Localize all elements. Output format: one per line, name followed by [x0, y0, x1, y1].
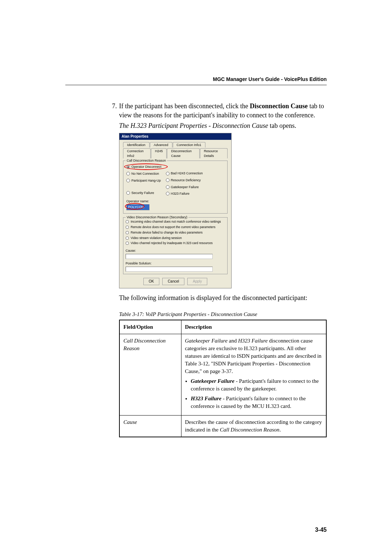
cancel-button[interactable]: Cancel	[162, 278, 184, 285]
tab-conn-info2[interactable]: Connection Info2	[123, 148, 151, 158]
radio-dot-icon	[126, 172, 130, 175]
radio-grid: Operator Disconnect No Net Connection Pa…	[126, 165, 224, 196]
cause-area: Cause: Possible Solution:	[126, 248, 225, 271]
radio-operator-disconnect[interactable]: Operator Disconnect	[126, 165, 162, 169]
sec-label: Video stream violation during session	[131, 236, 182, 240]
step-number: 7.	[109, 102, 119, 437]
radio-col-left: Operator Disconnect No Net Connection Pa…	[126, 165, 162, 196]
dialog-buttons: OK Cancel Apply	[123, 278, 228, 285]
sec-radio-3[interactable]: Remote device failed to change its video…	[126, 231, 225, 235]
tab-h245[interactable]: H245	[151, 148, 167, 158]
body-text: The following information is displayed f…	[119, 293, 327, 303]
ok-button[interactable]: OK	[143, 278, 159, 285]
step-7: 7. If the participant has been disconnec…	[109, 102, 327, 437]
step-caption: The H.323 Participant Properties - Disco…	[119, 121, 327, 130]
video-disconnection-secondary-group: Video Disconnection Reason (Secondary) I…	[123, 217, 228, 274]
spacer	[126, 185, 162, 189]
radio-bad-h243[interactable]: Bad H243 Connection	[166, 171, 203, 176]
table-row: Cause Describes the cause of disconnecti…	[119, 415, 326, 437]
page-number: 3-45	[315, 527, 327, 533]
radio-label: Operator Disconnect	[131, 165, 162, 169]
radio-col-right: Bad H243 Connection Resource Deficiency …	[166, 171, 203, 196]
bullet-lead: Gatekeeper Failure	[191, 378, 234, 384]
radio-dot-icon	[126, 231, 129, 234]
radio-dot-icon	[126, 226, 129, 229]
th-desc: Description	[181, 320, 326, 334]
radio-h323-failure[interactable]: H323 Failure	[166, 191, 203, 196]
operator-name-field-wrap: POLYCOM	[126, 204, 150, 210]
sec-label: Remote device failed to change its video…	[131, 231, 203, 235]
radio-label: Resource Deficiency	[171, 178, 201, 183]
tab-resource-details[interactable]: Resource Details	[200, 148, 228, 158]
td-desc: Gatekeeper Failure and H323 Failure disc…	[181, 334, 326, 415]
operator-name-input[interactable]: POLYCOM	[126, 204, 150, 210]
apply-button[interactable]: Apply	[187, 278, 207, 285]
step-prefix: If the participant has been disconnected…	[119, 102, 250, 110]
radio-dot-icon	[166, 178, 170, 182]
radio-no-net-connection[interactable]: No Net Connection	[126, 171, 162, 176]
radio-dot-icon	[126, 236, 129, 240]
header-rule	[65, 85, 327, 85]
radio-label: No Net Connection	[131, 171, 159, 176]
dialog-body: Identification Advanced Connection Info1…	[119, 140, 231, 288]
possible-solution-label: Possible Solution:	[126, 261, 225, 266]
secondary-legend: Video Disconnection Reason (Secondary)	[126, 215, 188, 220]
radio-label: Bad H243 Connection	[171, 171, 203, 176]
bullet-lead: H323 Failure	[191, 396, 222, 401]
list-item: Gatekeeper Failure - Participant's failu…	[191, 377, 323, 393]
cdr-legend: Call Disconnection Reason	[126, 158, 167, 163]
disconnection-cause-table: Field/Option Description Call Disconnect…	[119, 320, 327, 437]
table-caption: Table 3-17: VoIP Participant Properties …	[119, 311, 327, 318]
radio-participant-hangup[interactable]: Participant Hang-Up	[126, 178, 162, 183]
possible-solution-input[interactable]	[126, 267, 213, 272]
step-text: If the participant has been disconnected…	[119, 102, 327, 437]
radio-gatekeeper-failure[interactable]: Gatekeeper Failure	[166, 185, 203, 190]
radio-label: Security Failure	[131, 191, 154, 195]
radio-dot-icon	[126, 165, 130, 169]
radio-label: Gatekeeper Failure	[171, 185, 199, 190]
table-row: Call Disconnection Reason Gatekeeper Fai…	[119, 334, 326, 415]
sec-radio-1[interactable]: Incoming video channel does not match co…	[126, 220, 225, 224]
desc-ital: Call Disconnection Reason	[220, 427, 279, 433]
radio-dot-icon	[166, 172, 170, 175]
radio-dot-icon	[126, 220, 129, 223]
tabs-row-1: Identification Advanced Connection Info1	[123, 142, 228, 148]
sec-radio-4[interactable]: Video stream violation during session	[126, 236, 225, 240]
th-field: Field/Option	[119, 320, 181, 334]
cap-ital: H.323 Participant Properties - Disconnec…	[131, 122, 268, 129]
tabs-row-2: Connection Info2 H245 Disconnection Caus…	[123, 148, 228, 158]
sec-radio-2[interactable]: Remote device does not support the curre…	[126, 225, 225, 230]
tab-identification[interactable]: Identification	[123, 142, 150, 148]
tab-conn-info1[interactable]: Connection Info1	[173, 142, 205, 148]
cause-label: Cause:	[126, 248, 225, 253]
call-disconnection-reason-group: Call Disconnection Reason Operator Disco…	[123, 161, 228, 214]
radio-resource-deficiency[interactable]: Resource Deficiency	[166, 178, 203, 183]
sec-label: Remote device does not support the curre…	[131, 225, 215, 230]
tab-disconnection-cause[interactable]: Disconnection Cause	[167, 148, 199, 158]
cap-pre: The	[119, 122, 131, 129]
sec-label: Video channel rejected by inadequate H.3…	[131, 241, 213, 246]
radio-dot-icon	[166, 192, 170, 195]
cap-suf: tab opens.	[268, 122, 296, 129]
page-header: MGC Manager User's Guide - VoicePlus Edi…	[213, 76, 327, 82]
radio-dot-icon	[126, 191, 130, 195]
radio-dot-icon	[166, 185, 170, 189]
table-header-row: Field/Option Description	[119, 320, 326, 334]
radio-label: Participant Hang-Up	[131, 178, 161, 183]
operator-name-label: Operator name:	[126, 199, 224, 204]
sec-label: Incoming video channel does not match co…	[131, 220, 221, 224]
td-field: Cause	[119, 415, 181, 437]
desc-bullets: Gatekeeper Failure - Participant's failu…	[185, 377, 323, 410]
desc-ital-1: Gatekeeper Failure	[185, 338, 228, 344]
list-item: H323 Failure - Participant's failure to …	[191, 395, 323, 410]
radio-dot-icon	[126, 242, 129, 245]
td-desc: Describes the cause of disconnection acc…	[181, 415, 326, 437]
sec-radio-5[interactable]: Video channel rejected by inadequate H.3…	[126, 241, 225, 246]
radio-dot-icon	[126, 179, 130, 182]
dialog-title: Alan Properties	[119, 133, 231, 140]
properties-dialog: Alan Properties Identification Advanced …	[119, 133, 232, 288]
desc-and: and	[228, 338, 238, 344]
radio-security-failure[interactable]: Security Failure	[126, 191, 162, 195]
tab-advanced[interactable]: Advanced	[150, 142, 172, 148]
cause-input[interactable]	[126, 254, 213, 259]
